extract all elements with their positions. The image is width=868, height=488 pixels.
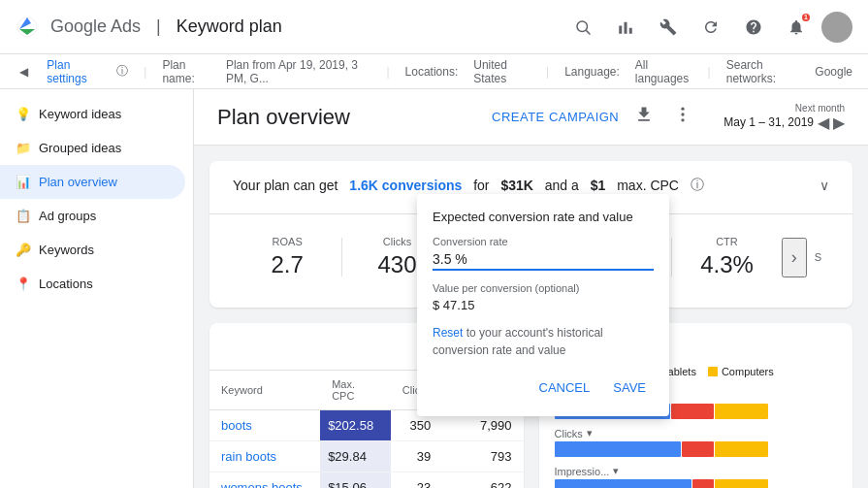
nav-icons-group: 1 bbox=[565, 10, 852, 45]
cost-value: $31K bbox=[500, 178, 532, 193]
tools-button[interactable] bbox=[651, 10, 686, 45]
sidebar-item-ad-groups[interactable]: 📋 Ad groups bbox=[0, 199, 185, 233]
metric-ctr: CTR 4.3% bbox=[672, 228, 781, 286]
sidebar: 💡 Keyword ideas 📁 Grouped ideas 📊 Plan o… bbox=[0, 89, 194, 488]
metrics-placeholder: S bbox=[807, 244, 829, 271]
google-ads-icon bbox=[16, 16, 39, 39]
download-button[interactable] bbox=[630, 101, 658, 133]
svg-point-7 bbox=[682, 108, 685, 111]
col-cpc: Max. CPC bbox=[320, 371, 391, 410]
sidebar-item-label: Locations bbox=[39, 277, 93, 291]
table-row: rain boots$29.8439793 bbox=[209, 441, 524, 472]
nav-separator-2: | bbox=[386, 65, 389, 79]
svg-point-8 bbox=[682, 113, 685, 115]
bar-label-text: Clicks bbox=[555, 428, 583, 439]
next-month-button[interactable]: ▶ bbox=[833, 114, 845, 132]
conv-rate-input[interactable]: 3.5 % bbox=[433, 251, 654, 267]
prev-month-button[interactable]: ◀ bbox=[818, 114, 829, 132]
sidebar-item-plan-overview[interactable]: 📊 Plan overview bbox=[0, 165, 185, 199]
cancel-button[interactable]: CANCEL bbox=[531, 374, 598, 401]
more-options-button[interactable] bbox=[669, 101, 696, 133]
locations-label: Locations: bbox=[405, 65, 459, 79]
col-keyword: Keyword bbox=[209, 371, 320, 410]
plan-settings-link[interactable]: Plan settings bbox=[47, 58, 101, 85]
date-range: May 1 – 31, 2019 bbox=[723, 115, 814, 129]
second-navigation: ◀ Plan settings ⓘ | Plan name: Plan from… bbox=[0, 54, 868, 89]
create-campaign-button[interactable]: CREATE CAMPAIGN bbox=[492, 110, 619, 124]
svg-rect-6 bbox=[629, 27, 632, 33]
sidebar-item-label: Keywords bbox=[39, 243, 94, 257]
conversions-value[interactable]: 1.6K conversions bbox=[349, 178, 462, 193]
refresh-button[interactable] bbox=[693, 10, 728, 45]
chevron-collapse-icon[interactable]: ∨ bbox=[820, 178, 829, 193]
legend-computers: Computers bbox=[708, 366, 774, 377]
search-button[interactable] bbox=[565, 10, 600, 45]
main-content: Plan overview CREATE CAMPAIGN Next month bbox=[194, 89, 868, 488]
nav-separator-3: | bbox=[546, 65, 549, 79]
nav-separator-4: | bbox=[708, 65, 711, 79]
nav-page-title: Keyword plan bbox=[177, 16, 282, 37]
device-bar-group: Clicks▾ bbox=[555, 427, 838, 457]
svg-rect-4 bbox=[619, 25, 622, 33]
computers-label: Computers bbox=[722, 366, 774, 377]
conv-rate-label: Conversion rate bbox=[433, 236, 654, 247]
impressions-cell: 793 bbox=[442, 441, 523, 472]
device-bar-group: Impressio...▾ bbox=[555, 465, 838, 488]
search-networks-label: Search networks: bbox=[726, 58, 800, 85]
keyword-link[interactable]: boots bbox=[221, 418, 252, 433]
sidebar-item-label: Plan overview bbox=[39, 175, 117, 189]
sidebar-item-grouped-ideas[interactable]: 📁 Grouped ideas bbox=[0, 131, 185, 165]
metric-roas-label: ROAS bbox=[241, 236, 334, 247]
sidebar-item-locations[interactable]: 📍 Locations bbox=[0, 267, 185, 301]
help-cpc-icon[interactable]: ⓘ bbox=[691, 177, 704, 194]
language-label: Language: bbox=[564, 65, 620, 79]
bar-dropdown-icon[interactable]: ▾ bbox=[587, 427, 593, 439]
app-layout: 💡 Keyword ideas 📁 Grouped ideas 📊 Plan o… bbox=[0, 89, 868, 488]
back-button[interactable]: ◀ bbox=[16, 62, 31, 81]
sidebar-item-keyword-ideas[interactable]: 💡 Keyword ideas bbox=[0, 97, 185, 131]
sidebar-item-keywords[interactable]: 🔑 Keywords bbox=[0, 233, 185, 267]
info-icon: ⓘ bbox=[116, 63, 128, 80]
metrics-next-button[interactable]: › bbox=[782, 238, 807, 277]
table-row: womens boots$15.0623622 bbox=[209, 472, 524, 489]
keyword-cell: womens boots bbox=[209, 472, 320, 489]
notification-badge-count: 1 bbox=[802, 14, 810, 21]
popup-actions: CANCEL SAVE bbox=[433, 374, 654, 401]
value-per-input[interactable]: $ 47.15 bbox=[433, 298, 654, 312]
impressions-cell: 622 bbox=[442, 472, 523, 489]
language-value: All languages bbox=[635, 58, 692, 85]
plan-name-value: Plan from Apr 19, 2019, 3 PM, G... bbox=[226, 58, 371, 85]
keyword-link[interactable]: rain boots bbox=[221, 449, 276, 464]
plan-summary-and: and a bbox=[545, 178, 579, 193]
bar-segment bbox=[682, 441, 714, 457]
bar-track bbox=[555, 441, 768, 457]
bar-dropdown-icon[interactable]: ▾ bbox=[613, 465, 619, 477]
page-header: Plan overview CREATE CAMPAIGN Next month bbox=[194, 89, 868, 146]
popup-title: Expected conversion rate and value bbox=[433, 210, 654, 224]
reset-link[interactable]: Reset bbox=[433, 326, 463, 340]
keyword-cell: boots bbox=[209, 410, 320, 441]
reset-text: Reset to your account's historical conve… bbox=[433, 324, 654, 359]
metric-roas: ROAS 2.7 bbox=[233, 228, 341, 286]
keyword-link[interactable]: womens boots bbox=[221, 480, 303, 488]
next-month-label: Next month bbox=[723, 103, 845, 114]
svg-line-3 bbox=[586, 30, 590, 34]
help-button[interactable] bbox=[736, 10, 771, 45]
cpc-cell: $29.84 bbox=[320, 441, 391, 472]
plan-summary-text-before: Your plan can get bbox=[233, 178, 338, 193]
clicks-cell: 23 bbox=[391, 472, 442, 489]
user-avatar[interactable] bbox=[821, 12, 852, 43]
metric-ctr-label: CTR bbox=[680, 236, 773, 247]
nav-divider: | bbox=[156, 16, 161, 37]
reports-button[interactable] bbox=[608, 10, 643, 45]
notifications-button[interactable]: 1 bbox=[779, 10, 814, 45]
bar-label: Clicks▾ bbox=[555, 427, 838, 439]
page-header-actions: CREATE CAMPAIGN Next month May 1 – 31, 2… bbox=[492, 101, 845, 133]
plan-name-label: Plan name: bbox=[162, 58, 209, 85]
bar-segment bbox=[671, 404, 714, 419]
save-button[interactable]: SAVE bbox=[605, 374, 654, 401]
cpc-value: $1 bbox=[591, 178, 606, 193]
sidebar-item-label: Ad groups bbox=[39, 209, 96, 223]
bar-segment bbox=[715, 441, 768, 457]
locations-nav-icon: 📍 bbox=[16, 277, 31, 291]
